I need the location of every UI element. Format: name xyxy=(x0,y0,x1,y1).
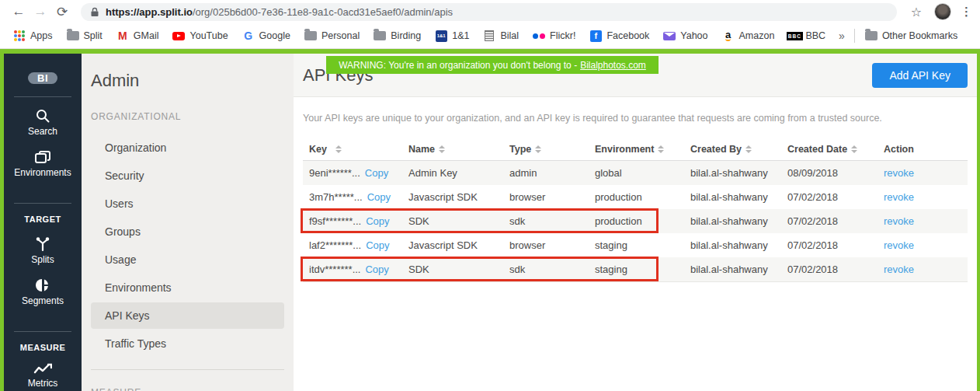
revoke-link[interactable]: revoke xyxy=(884,191,914,203)
sort-icon[interactable] xyxy=(658,145,664,153)
revoke-link[interactable]: revoke xyxy=(884,264,914,275)
sort-icon[interactable] xyxy=(439,145,445,153)
admin-nav-divider xyxy=(91,369,284,370)
nav-item-users[interactable]: Users xyxy=(91,190,284,217)
bbc-icon: BBC xyxy=(788,30,801,42)
bookmark-google[interactable]: G Google xyxy=(235,30,297,42)
search-icon xyxy=(35,108,50,124)
address-bar[interactable]: https://app.split.io/org/025b6d00-7e36-1… xyxy=(81,3,897,21)
nav-item-security[interactable]: Security xyxy=(91,162,284,189)
bookmark-label: Birding xyxy=(391,30,421,41)
col-header-name[interactable]: Name xyxy=(402,144,503,155)
sort-icon[interactable] xyxy=(745,145,752,153)
key-environment: production xyxy=(589,191,684,203)
key-created-date: 07/02/2018 xyxy=(781,264,877,275)
bookmark-yahoo[interactable]: Yahoo xyxy=(656,30,714,42)
nav-item-traffic-types[interactable]: Traffic Types xyxy=(91,330,284,357)
splits-icon xyxy=(34,235,51,252)
bookmark-birding[interactable]: Birding xyxy=(367,30,428,42)
bookmarks-overflow-icon[interactable]: » xyxy=(832,30,851,42)
bookmark-star-icon[interactable]: ☆ xyxy=(911,5,922,19)
rail-item-search[interactable]: Search xyxy=(28,108,57,137)
copy-link[interactable]: Copy xyxy=(365,264,388,275)
copy-link[interactable]: Copy xyxy=(366,215,389,227)
copy-link[interactable]: Copy xyxy=(366,239,389,251)
browser-menu-icon[interactable]: ⋮ xyxy=(961,5,972,19)
bookmark-label: Split xyxy=(84,30,103,41)
org-avatar[interactable]: BI xyxy=(28,72,57,84)
org-warning-banner: WARNING: You're in an organization you d… xyxy=(326,56,659,74)
section-organizational: ORGANIZATIONAL xyxy=(91,111,294,122)
sort-icon[interactable] xyxy=(851,145,857,153)
folder-icon xyxy=(865,30,877,42)
bookmarks-bar: Apps Split M GMail YouTube G Google Pers… xyxy=(0,23,980,49)
col-header-key[interactable]: Key xyxy=(303,144,402,155)
rail-divider xyxy=(14,96,71,97)
rail-item-segments[interactable]: Segments xyxy=(22,278,64,306)
col-header-type[interactable]: Type xyxy=(503,144,589,155)
revoke-link[interactable]: revoke xyxy=(884,215,914,227)
bookmark-facebook[interactable]: f Facebook xyxy=(582,30,656,42)
table-header-row: Key Name Type Environment Created By Cre… xyxy=(303,138,968,161)
nav-item-groups[interactable]: Groups xyxy=(91,218,284,245)
reload-icon[interactable]: ⟳ xyxy=(51,4,73,20)
revoke-link[interactable]: revoke xyxy=(884,167,914,179)
key-name: SDK xyxy=(402,264,503,275)
segments-icon xyxy=(35,278,50,293)
bookmark-amazon[interactable]: a Amazon xyxy=(715,30,782,42)
add-api-key-button[interactable]: Add API Key xyxy=(872,63,968,88)
bookmark-label: Flickr! xyxy=(550,30,575,41)
google-icon: G xyxy=(242,30,255,42)
other-bookmarks[interactable]: Other Bookmarks xyxy=(858,30,964,42)
bookmark-label: Google xyxy=(259,30,290,41)
rail-item-label: Segments xyxy=(22,295,64,306)
rail-divider xyxy=(14,203,71,204)
bookmark-bbc[interactable]: BBC BBC xyxy=(781,30,832,42)
key-environment: staging xyxy=(589,239,684,251)
sort-icon[interactable] xyxy=(335,145,342,153)
table-row: 3m7h*****...Copy Javascript SDK browser … xyxy=(303,185,968,209)
bookmark-gmail[interactable]: M GMail xyxy=(109,30,166,42)
nav-item-organization[interactable]: Organization xyxy=(91,134,284,161)
bookmark-youtube[interactable]: YouTube xyxy=(165,30,235,42)
rail-item-label: Splits xyxy=(31,254,54,265)
bookmark-bilal[interactable]: Bilal xyxy=(476,30,526,42)
warning-org-link[interactable]: Bilalphotos.com xyxy=(580,60,646,71)
rail-item-splits[interactable]: Splits xyxy=(31,235,54,265)
nav-item-usage[interactable]: Usage xyxy=(91,246,284,273)
bookmark-flickr[interactable]: Flickr! xyxy=(526,30,582,42)
revoke-link[interactable]: revoke xyxy=(884,239,914,251)
bookmark-personal[interactable]: Personal xyxy=(297,30,367,42)
col-header-created-date[interactable]: Created Date xyxy=(781,144,877,155)
col-header-created-by[interactable]: Created By xyxy=(684,144,781,155)
rail-item-environments[interactable]: Environments xyxy=(14,149,71,178)
forward-icon[interactable]: → xyxy=(30,4,51,19)
bookmark-apps[interactable]: Apps xyxy=(6,30,60,42)
col-header-action: Action xyxy=(877,144,968,155)
copy-link[interactable]: Copy xyxy=(365,167,388,179)
folder-icon xyxy=(374,30,386,42)
nav-item-api-keys[interactable]: API Keys xyxy=(91,302,284,329)
bookmark-split[interactable]: Split xyxy=(60,30,109,42)
rail-item-metrics[interactable]: Metrics xyxy=(28,363,58,389)
browser-profile-avatar[interactable] xyxy=(934,3,951,20)
api-key-masked: 3m7h*****... xyxy=(309,191,363,203)
bookmark-label: Other Bookmarks xyxy=(882,30,957,41)
environments-layers-icon xyxy=(34,149,51,165)
sort-icon[interactable] xyxy=(535,145,541,153)
key-type: browser xyxy=(503,191,589,203)
key-created-date: 08/09/2018 xyxy=(781,167,877,179)
key-created-by: bilal.al-shahwany xyxy=(684,215,781,227)
key-name: Javascript SDK xyxy=(402,191,503,203)
back-icon[interactable]: ← xyxy=(8,4,30,19)
nav-item-environments[interactable]: Environments xyxy=(91,274,284,301)
bookmark-label: Apps xyxy=(30,30,53,41)
flickr-icon xyxy=(533,30,545,42)
table-row: laf2*******...Copy Javascript SDK browse… xyxy=(303,233,968,257)
rail-divider xyxy=(14,331,71,332)
gmail-icon: M xyxy=(116,30,129,42)
split-app-page: BI Search Environments TARGET Splits xyxy=(0,49,980,391)
col-header-environment[interactable]: Environment xyxy=(589,144,684,155)
copy-link[interactable]: Copy xyxy=(367,191,391,203)
bookmark-1and1[interactable]: 1&1 1&1 xyxy=(428,30,476,42)
